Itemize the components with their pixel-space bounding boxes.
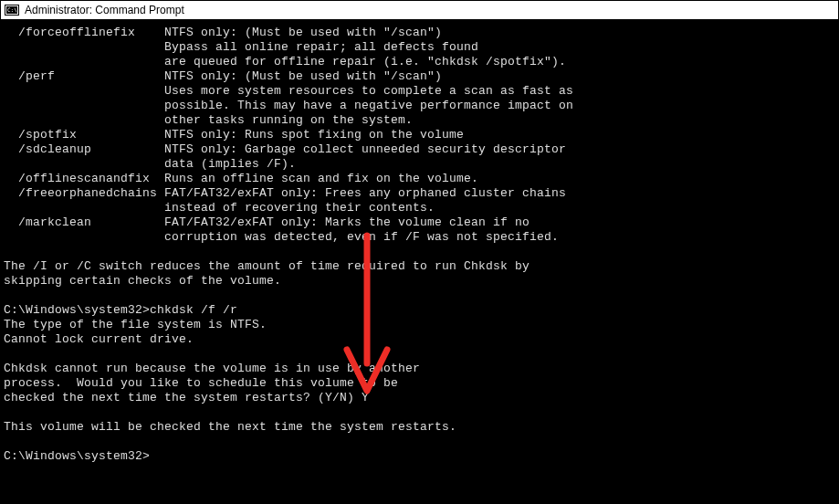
help-line: data (implies /F). bbox=[4, 157, 296, 171]
help-note: The /I or /C switch reduces the amount o… bbox=[4, 259, 530, 273]
window-title: Administrator: Command Prompt bbox=[25, 4, 184, 16]
help-line: other tasks running on the system. bbox=[4, 113, 413, 127]
help-line: are queued for offline repair (i.e. "chk… bbox=[4, 55, 566, 68]
help-line: /sdcleanup NTFS only: Garbage collect un… bbox=[4, 142, 566, 156]
command-input: chkdsk /f /r bbox=[150, 303, 237, 317]
help-line: Bypass all online repair; all defects fo… bbox=[4, 40, 478, 54]
help-line: /forceofflinefix NTFS only: (Must be use… bbox=[4, 26, 442, 39]
output-line: The type of the file system is NTFS. bbox=[4, 318, 267, 331]
help-line: /spotfix NTFS only: Runs spot fixing on … bbox=[4, 128, 464, 142]
cmd-icon: C:\ bbox=[5, 4, 19, 16]
output-line: Chkdsk cannot run because the volume is … bbox=[4, 362, 420, 375]
prompt: C:\Windows\system32> bbox=[4, 303, 150, 317]
help-line: /perf NTFS only: (Must be used with "/sc… bbox=[4, 69, 442, 83]
output-line: checked the next time the system restart… bbox=[4, 391, 362, 404]
help-line: instead of recovering their contents. bbox=[4, 201, 435, 215]
help-line: /freeorphanedchains FAT/FAT32/exFAT only… bbox=[4, 186, 566, 200]
prompt: C:\Windows\system32> bbox=[4, 449, 150, 463]
help-line: corruption was detected, even if /F was … bbox=[4, 230, 559, 244]
help-line: Uses more system resources to complete a… bbox=[4, 84, 573, 98]
help-line: /offlinescanandfix Runs an offline scan … bbox=[4, 172, 478, 185]
output-line: process. Would you like to schedule this… bbox=[4, 376, 398, 390]
window-titlebar[interactable]: C:\ Administrator: Command Prompt bbox=[0, 0, 839, 20]
output-line: This volume will be checked the next tim… bbox=[4, 420, 456, 434]
help-line: /markclean FAT/FAT32/exFAT only: Marks t… bbox=[4, 215, 530, 229]
help-line: possible. This may have a negative perfo… bbox=[4, 99, 573, 112]
svg-text:C:\: C:\ bbox=[7, 6, 17, 13]
user-answer: Y bbox=[362, 391, 369, 404]
help-note: skipping certain checks of the volume. bbox=[4, 274, 281, 288]
terminal-output[interactable]: /forceofflinefix NTFS only: (Must be use… bbox=[0, 20, 839, 467]
output-line: Cannot lock current drive. bbox=[4, 332, 194, 346]
